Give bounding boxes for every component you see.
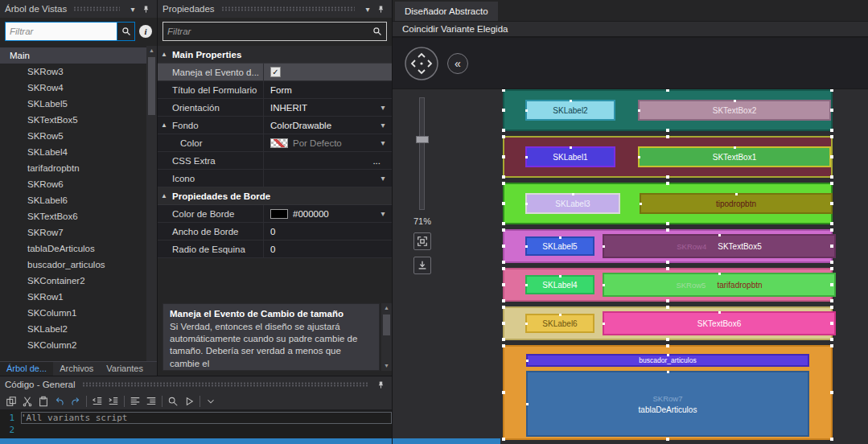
resize-handle[interactable] (666, 135, 669, 138)
property-value[interactable]: 0 (264, 223, 392, 240)
resize-handle[interactable] (502, 322, 505, 325)
property-row[interactable]: FondoColorDrawable (158, 117, 392, 134)
property-row[interactable]: Ancho de Borde0 (158, 223, 392, 240)
property-row[interactable]: Título del FormularioForm (158, 81, 392, 99)
redo-icon[interactable] (68, 394, 84, 409)
resize-handle[interactable] (830, 89, 833, 92)
tree-item[interactable]: SKRow6 (0, 176, 157, 192)
designer-row[interactable]: buscador_articulosSKRow7tablaDeArticulos (503, 345, 833, 440)
property-value[interactable]: Por Defecto (264, 134, 392, 151)
checkbox[interactable] (270, 67, 281, 77)
property-group-header[interactable]: Propiedades de Borde (158, 187, 392, 205)
designer-row[interactable]: SKLabel2SKTextBox2 (503, 89, 833, 131)
property-value[interactable]: #000000 (264, 205, 392, 222)
chevron-down-icon[interactable] (377, 103, 389, 112)
cut-icon[interactable] (19, 394, 35, 409)
code-line[interactable]: 2 (0, 424, 392, 436)
tree-item[interactable]: SKRow3 (0, 64, 157, 80)
tree-item[interactable]: tablaDeArticulos (0, 240, 157, 257)
resize-handle[interactable] (502, 245, 505, 248)
resize-handle[interactable] (830, 267, 833, 270)
code-hscrollbar[interactable] (0, 438, 392, 444)
resize-handle[interactable] (502, 391, 505, 394)
resize-handle[interactable] (830, 344, 833, 347)
tree-item[interactable]: SKRow7 (0, 224, 157, 240)
chevron-down-icon[interactable] (126, 2, 139, 15)
resize-handle[interactable] (666, 267, 669, 270)
SKTextBox5[interactable]: SKRow4SKTextBox5 (603, 234, 836, 258)
tree-item[interactable]: SKLabel5 (0, 96, 157, 112)
scroll-up-icon[interactable] (149, 46, 154, 56)
scrollbar-thumb[interactable] (383, 314, 390, 335)
fit-to-screen-button[interactable] (413, 232, 431, 250)
tree-item[interactable]: SKRow5 (0, 128, 157, 144)
canvas-hscroll-thumb[interactable] (393, 438, 500, 444)
code-line[interactable]: 1'All variants script (0, 412, 392, 424)
resize-handle[interactable] (830, 202, 833, 205)
resize-handle[interactable] (830, 391, 833, 394)
property-value[interactable] (264, 64, 392, 80)
property-row[interactable]: CSS Extra... (158, 152, 392, 170)
tab-disenador-abstracto[interactable]: Diseñador Abstracto (395, 2, 498, 21)
property-value[interactable]: 0 (264, 240, 392, 257)
properties-filter-input[interactable] (163, 27, 372, 36)
chevron-down-icon[interactable] (377, 121, 389, 130)
SKLabel3[interactable]: SKLabel3 (525, 193, 620, 214)
code-editor[interactable]: 1'All variants script2 (0, 410, 392, 438)
search-button[interactable] (117, 22, 135, 41)
resize-handle[interactable] (502, 267, 505, 270)
tree-item[interactable]: Main (0, 47, 157, 64)
resize-handle[interactable] (502, 228, 505, 232)
tree-item[interactable]: buscador_articulos (0, 257, 157, 273)
resize-handle[interactable] (830, 222, 833, 225)
property-row[interactable]: Color de Borde#000000 (158, 205, 392, 223)
tree-scrollbar[interactable] (146, 46, 157, 361)
property-value[interactable]: INHERIT (264, 99, 392, 116)
panel-tab[interactable]: Archivos (53, 362, 100, 376)
tree-item[interactable]: SKLabel2 (0, 321, 157, 337)
resize-handle[interactable] (502, 202, 505, 205)
chevron-down-icon[interactable] (377, 209, 389, 218)
property-value[interactable] (264, 170, 392, 187)
scrollbar-thumb[interactable] (148, 57, 155, 115)
resize-handle[interactable] (502, 299, 505, 302)
info-icon[interactable] (139, 25, 152, 38)
resize-handle[interactable] (502, 306, 505, 309)
resize-handle[interactable] (502, 283, 505, 286)
SKTextBox1[interactable]: SKTextBox1 (638, 146, 831, 167)
tree-item[interactable]: SKContainer2 (0, 273, 157, 289)
tipodropbtn[interactable]: tipodropbtn (640, 193, 833, 214)
resize-handle[interactable] (502, 261, 505, 264)
paste-icon[interactable] (35, 394, 51, 409)
indent-icon[interactable] (105, 394, 121, 409)
resize-handle[interactable] (502, 338, 505, 341)
resize-handle[interactable] (502, 89, 505, 92)
resize-handle[interactable] (666, 338, 669, 341)
panel-tab[interactable]: Variantes (100, 362, 150, 376)
resize-handle[interactable] (830, 283, 833, 286)
designer-row[interactable]: SKLabel6SKTextBox6 (503, 306, 833, 340)
resize-handle[interactable] (830, 338, 833, 341)
resize-handle[interactable] (666, 175, 669, 179)
resize-handle[interactable] (666, 222, 669, 225)
resize-handle[interactable] (830, 299, 833, 302)
resize-handle[interactable] (502, 222, 505, 225)
property-row[interactable]: OrientaciónINHERIT (158, 99, 392, 117)
pin-icon[interactable] (374, 378, 387, 391)
tablaDeArticulos[interactable]: SKRow7tablaDeArticulos (526, 371, 809, 437)
SKTextBox2[interactable]: SKTextBox2 (638, 100, 831, 121)
resize-handle[interactable] (666, 438, 669, 441)
slider-track[interactable] (419, 97, 425, 210)
tree-item[interactable]: SKColumn2 (0, 337, 157, 353)
scrollbar-thumb[interactable] (0, 438, 392, 444)
resize-handle[interactable] (830, 322, 833, 325)
resize-handle[interactable] (830, 155, 833, 158)
resize-handle[interactable] (666, 228, 669, 232)
SKTextBox6[interactable]: SKTextBox6 (603, 311, 836, 335)
slider-thumb[interactable] (416, 136, 429, 143)
resize-handle[interactable] (666, 261, 669, 264)
run-icon[interactable] (181, 394, 197, 409)
tree-item[interactable]: SKLabel6 (0, 192, 157, 208)
zoom-slider[interactable] (416, 97, 429, 210)
description-scrollbar[interactable] (381, 303, 392, 371)
